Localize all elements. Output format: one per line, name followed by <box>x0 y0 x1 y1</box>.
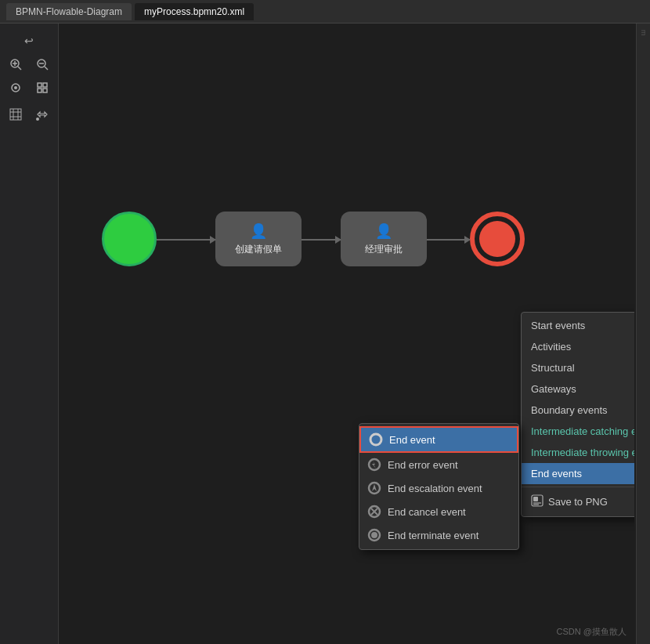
fit-button[interactable] <box>3 77 28 99</box>
snap-button[interactable] <box>30 103 55 125</box>
svg-point-18 <box>36 118 39 121</box>
task2-label: 经理审批 <box>365 243 403 256</box>
svg-point-23 <box>370 434 381 445</box>
menu-item-structural[interactable]: Structural ▶ <box>522 357 634 378</box>
menu-item-boundary-events[interactable]: Boundary events ▶ <box>522 400 634 421</box>
svg-rect-20 <box>533 497 538 501</box>
menu-item-intermediate-catching[interactable]: Intermediate catching events ▶ <box>522 421 634 442</box>
end-error-event-icon <box>367 458 381 472</box>
zoom-out-button[interactable] <box>30 53 55 75</box>
connector-task1-to-task2 <box>302 239 341 241</box>
end-escalation-event-icon <box>367 481 381 495</box>
task1-icon: 👤 <box>250 223 267 240</box>
undo-button[interactable]: ↩ <box>15 30 43 52</box>
bpmn-end-event[interactable] <box>470 212 525 266</box>
bpmn-task-manager-approve[interactable]: 👤 经理审批 <box>341 212 427 266</box>
svg-rect-10 <box>43 83 47 87</box>
task2-icon: 👤 <box>375 223 392 240</box>
menu-item-end-events[interactable]: End events ▶ <box>522 463 634 484</box>
svg-rect-11 <box>38 89 42 92</box>
menu-item-gateways[interactable]: Gateways ▶ <box>522 378 634 400</box>
menu-item-intermediate-throwing[interactable]: Intermediate throwing events ▶ <box>522 442 634 463</box>
svg-point-30 <box>371 532 377 538</box>
zoom-in-button[interactable] <box>3 53 28 75</box>
grid-button[interactable] <box>3 103 28 125</box>
tab-bpmn-flowable[interactable]: BPMN-Flowable-Diagram <box>6 3 132 20</box>
task1-label: 创建请假单 <box>235 243 282 256</box>
watermark: CSDN @摸鱼散人 <box>557 626 627 638</box>
menu-divider <box>522 487 634 487</box>
submenu-item-end-escalation[interactable]: End escalation event <box>359 476 518 500</box>
connector-start-to-task1 <box>157 239 215 241</box>
end-events-submenu: End event End error event End escalation… <box>359 423 519 550</box>
menu-item-activities[interactable]: Activities ▶ <box>522 336 634 357</box>
right-panel-label: m <box>638 24 649 43</box>
canvas-area[interactable]: 👤 创建请假单 👤 经理审批 Start events ▶ Activities… <box>59 24 634 644</box>
right-panel: m <box>636 24 650 644</box>
toolbar: ↩ <box>0 24 59 644</box>
svg-rect-17 <box>10 109 21 120</box>
connector-task2-to-end <box>427 239 470 241</box>
submenu-item-end-terminate[interactable]: End terminate event <box>359 523 518 547</box>
svg-rect-12 <box>43 89 47 92</box>
menu-item-save-png[interactable]: Save to PNG <box>522 490 634 514</box>
bpmn-end-event-inner <box>479 221 515 257</box>
bpmn-task-create-leave[interactable]: 👤 创建请假单 <box>215 212 302 266</box>
submenu-item-end-error[interactable]: End error event <box>359 453 518 476</box>
svg-line-1 <box>18 67 21 70</box>
submenu-item-end-cancel[interactable]: End cancel event <box>359 500 518 523</box>
fullscreen-button[interactable] <box>30 77 55 99</box>
svg-point-8 <box>14 86 17 89</box>
tab-bar: BPMN-Flowable-Diagram myProcess.bpmn20.x… <box>0 0 650 24</box>
end-cancel-event-icon <box>367 505 381 519</box>
svg-rect-9 <box>38 83 42 87</box>
end-terminate-event-icon <box>367 528 381 542</box>
tab-my-process[interactable]: myProcess.bpmn20.xml <box>135 3 254 20</box>
submenu-item-end-event[interactable]: End event <box>359 426 518 453</box>
svg-line-5 <box>45 67 48 70</box>
save-png-icon <box>531 494 543 509</box>
context-menu: Start events ▶ Activities ▶ Structural ▶… <box>521 312 634 517</box>
end-event-icon <box>369 432 383 447</box>
menu-item-start-events[interactable]: Start events ▶ <box>522 315 634 336</box>
bpmn-start-event[interactable] <box>102 212 157 266</box>
